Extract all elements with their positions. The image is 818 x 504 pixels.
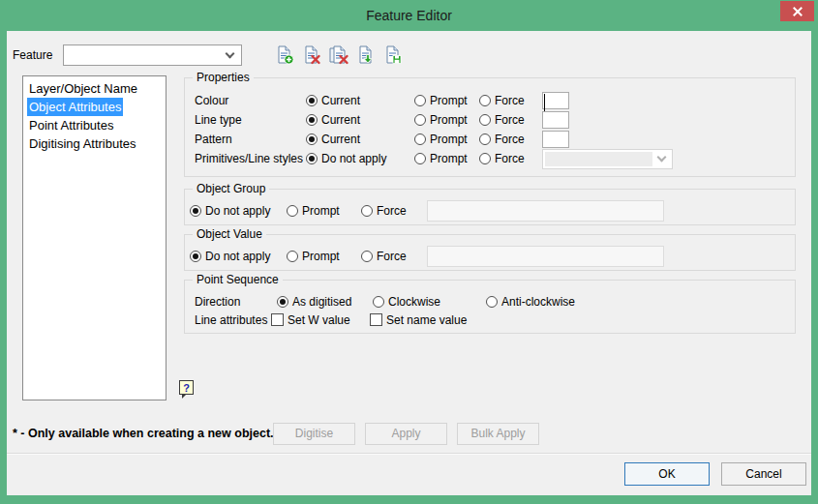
line-type-current-radio[interactable]: Current xyxy=(306,113,414,127)
radio-label: Current xyxy=(321,133,360,146)
object-group-prompt-radio[interactable]: Prompt xyxy=(287,204,361,218)
object-group-force-radio[interactable]: Force xyxy=(361,204,427,218)
primitives-label: Primitives/Line styles xyxy=(195,152,306,165)
close-icon xyxy=(792,6,803,16)
properties-group-title: Properties xyxy=(193,71,254,85)
pattern-row: Pattern Current Prompt Force xyxy=(195,130,795,149)
pattern-force-radio[interactable]: Force xyxy=(479,133,542,146)
colour-current-radio[interactable]: Current xyxy=(306,94,414,107)
pattern-label: Pattern xyxy=(195,133,306,146)
pattern-current-radio[interactable]: Current xyxy=(306,133,414,146)
delete-feature-icon[interactable] xyxy=(301,44,322,66)
footer-divider xyxy=(7,453,811,455)
radio-icon xyxy=(486,296,498,308)
pattern-prompt-radio[interactable]: Prompt xyxy=(414,133,479,146)
list-item-object-attributes[interactable]: Object Attributes xyxy=(23,98,166,116)
set-w-value-checkbox[interactable]: Set W value xyxy=(271,313,370,327)
direction-label: Direction xyxy=(195,295,277,309)
radio-icon xyxy=(306,133,318,145)
object-group-title: Object Group xyxy=(193,182,269,196)
direction-anti-clockwise-radio[interactable]: Anti-clockwise xyxy=(486,295,575,309)
radio-label: As digitised xyxy=(292,295,351,309)
primitives-do-not-apply-radio[interactable]: Do not apply xyxy=(306,152,414,165)
new-feature-icon[interactable] xyxy=(274,44,295,66)
point-sequence-group: Point Sequence Direction As digitised Cl… xyxy=(184,280,796,334)
window-title: Feature Editor xyxy=(366,8,452,23)
pattern-swatch-button[interactable] xyxy=(542,131,569,148)
radio-icon xyxy=(414,153,426,164)
feature-editor-dialog: Feature Editor Feature xyxy=(0,0,818,504)
colour-label: Colour xyxy=(195,94,306,107)
radio-label: Clockwise xyxy=(388,295,440,309)
radio-label: Current xyxy=(321,113,360,127)
radio-label: Force xyxy=(495,94,525,107)
properties-group: Properties Colour Current Prompt Force xyxy=(184,77,796,177)
radio-icon xyxy=(287,251,298,262)
object-value-do-not-apply-radio[interactable]: Do not apply xyxy=(190,250,287,263)
line-type-swatch-button[interactable] xyxy=(542,111,569,129)
radio-icon xyxy=(479,133,491,145)
feature-label: Feature xyxy=(13,48,63,62)
list-item-label: Object Attributes xyxy=(27,98,123,116)
ok-button[interactable]: OK xyxy=(624,462,710,486)
import-feature-icon[interactable] xyxy=(355,44,377,66)
checkbox-icon xyxy=(271,313,284,326)
object-value-prompt-radio[interactable]: Prompt xyxy=(287,250,361,263)
close-button[interactable] xyxy=(780,1,814,21)
save-feature-icon[interactable] xyxy=(382,44,404,66)
line-type-prompt-radio[interactable]: Prompt xyxy=(414,113,479,127)
feature-combobox[interactable] xyxy=(63,44,242,66)
list-item-label: Layer/Object Name xyxy=(27,79,139,98)
direction-as-digitised-radio[interactable]: As digitised xyxy=(277,295,373,309)
apply-button: Apply xyxy=(365,423,447,445)
primitives-prompt-radio[interactable]: Prompt xyxy=(414,152,479,165)
colour-force-radio[interactable]: Force xyxy=(479,94,542,107)
radio-icon xyxy=(414,133,426,145)
line-type-row: Line type Current Prompt Force xyxy=(195,110,795,130)
set-name-value-checkbox[interactable]: Set name value xyxy=(370,313,467,327)
object-value-group: Object Value Do not apply Prompt Force xyxy=(184,234,796,271)
feature-toolbar xyxy=(274,44,404,66)
colour-swatch-button[interactable] xyxy=(542,92,569,109)
chevron-down-icon xyxy=(226,49,235,59)
cancel-button[interactable]: Cancel xyxy=(721,462,806,486)
radio-icon xyxy=(361,251,373,262)
object-group-row: Do not apply Prompt Force xyxy=(190,199,795,222)
object-value-force-radio[interactable]: Force xyxy=(361,250,427,263)
primitives-combobox-disabled xyxy=(542,149,673,169)
delete-all-features-icon[interactable] xyxy=(328,44,349,66)
list-item-point-attributes[interactable]: Point Attributes xyxy=(23,116,166,134)
radio-label: Prompt xyxy=(430,152,468,165)
object-group-group: Object Group Do not apply Prompt Force xyxy=(184,189,796,225)
object-value-field-disabled xyxy=(427,246,664,267)
radio-label: Current xyxy=(321,94,360,107)
colour-swatch xyxy=(544,94,545,111)
primitives-combobox-value xyxy=(545,152,652,166)
line-type-force-radio[interactable]: Force xyxy=(479,113,542,127)
list-item-digitising-attributes[interactable]: Digitising Attributes xyxy=(23,134,166,153)
radio-label: Force xyxy=(495,152,525,165)
digitise-button: Digitise xyxy=(273,423,355,445)
primitives-force-radio[interactable]: Force xyxy=(479,152,542,165)
checkbox-label: Set W value xyxy=(288,313,350,327)
radio-icon xyxy=(190,205,201,217)
radio-icon xyxy=(479,95,491,106)
object-value-row: Do not apply Prompt Force xyxy=(190,245,795,268)
radio-label: Prompt xyxy=(302,250,340,263)
help-icon[interactable]: ? xyxy=(179,380,194,395)
radio-label: Force xyxy=(377,204,407,218)
radio-icon xyxy=(361,205,373,217)
radio-icon xyxy=(306,153,318,164)
dialog-body: Feature xyxy=(7,31,811,495)
direction-clockwise-radio[interactable]: Clockwise xyxy=(373,295,486,309)
checkbox-icon xyxy=(370,313,382,326)
object-value-title: Object Value xyxy=(193,227,266,242)
radio-icon xyxy=(306,95,318,106)
object-group-field-disabled xyxy=(427,200,664,222)
direction-row: Direction As digitised Clockwise Anti-cl… xyxy=(195,292,795,311)
colour-prompt-radio[interactable]: Prompt xyxy=(414,94,479,107)
object-group-do-not-apply-radio[interactable]: Do not apply xyxy=(190,204,287,218)
radio-label: Force xyxy=(495,133,525,146)
line-attributes-row: Line attributes Set W value Set name val… xyxy=(195,311,795,329)
list-item-layer-object-name[interactable]: Layer/Object Name xyxy=(23,79,166,98)
